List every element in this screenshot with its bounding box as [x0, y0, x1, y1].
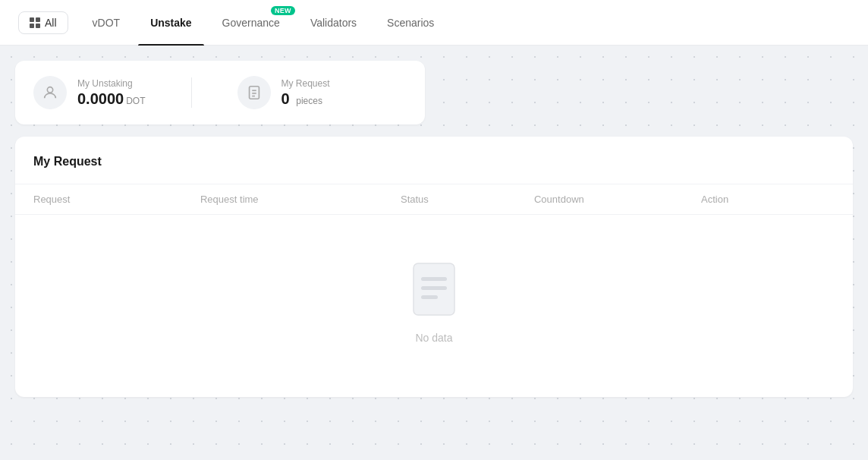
table-header: Request Request time Status Countdown Ac…	[15, 184, 853, 215]
svg-rect-7	[421, 286, 447, 290]
svg-point-0	[47, 87, 52, 93]
col-request: Request	[33, 194, 200, 205]
stats-card: My Unstaking 0.0000DOT My Request 0 pi	[15, 61, 425, 124]
request-stat: My Request 0 pieces	[237, 76, 330, 109]
unstaking-stat: My Unstaking 0.0000DOT	[33, 76, 146, 109]
col-countdown: Countdown	[534, 194, 701, 205]
table-empty-state: No data	[15, 215, 853, 397]
nav-bar: All vDOT Unstake Governance NEW Validato…	[0, 0, 868, 46]
stat-divider	[191, 77, 192, 108]
grid-icon	[30, 17, 40, 28]
governance-badge: NEW	[271, 6, 295, 15]
request-value: 0 pieces	[281, 90, 330, 108]
tab-governance-label: Governance	[222, 17, 280, 29]
tab-vdot[interactable]: vDOT	[80, 0, 133, 46]
all-label: All	[45, 17, 57, 29]
tab-vdot-label: vDOT	[93, 17, 121, 29]
tab-governance[interactable]: Governance NEW	[210, 0, 292, 46]
document-icon	[237, 76, 271, 109]
col-status: Status	[401, 194, 534, 205]
svg-rect-6	[421, 277, 447, 281]
request-label: My Request	[281, 78, 330, 89]
main-content: My Unstaking 0.0000DOT My Request 0 pi	[0, 46, 868, 412]
svg-rect-1	[249, 87, 259, 99]
col-action: Action	[701, 194, 835, 205]
request-content: My Request 0 pieces	[281, 78, 330, 108]
empty-icon	[407, 260, 461, 321]
tab-validators[interactable]: Validators	[298, 0, 369, 46]
empty-text: No data	[415, 332, 452, 344]
all-button[interactable]: All	[18, 11, 68, 34]
tab-validators-label: Validators	[310, 17, 357, 29]
unstaking-value: 0.0000DOT	[77, 90, 146, 108]
tab-governance-wrap: Governance NEW	[210, 0, 292, 46]
svg-rect-8	[421, 295, 438, 299]
unstaking-label: My Unstaking	[77, 78, 146, 89]
unstaking-content: My Unstaking 0.0000DOT	[77, 78, 146, 108]
tab-scenarios[interactable]: Scenarios	[375, 0, 446, 46]
request-section: My Request Request Request time Status C…	[15, 137, 853, 397]
tab-scenarios-label: Scenarios	[387, 17, 434, 29]
col-request-time: Request time	[200, 194, 401, 205]
section-header: My Request	[15, 137, 853, 184]
section-title: My Request	[33, 155, 835, 169]
tab-unstake[interactable]: Unstake	[138, 0, 203, 46]
tab-unstake-label: Unstake	[150, 17, 191, 29]
user-icon	[33, 76, 67, 109]
